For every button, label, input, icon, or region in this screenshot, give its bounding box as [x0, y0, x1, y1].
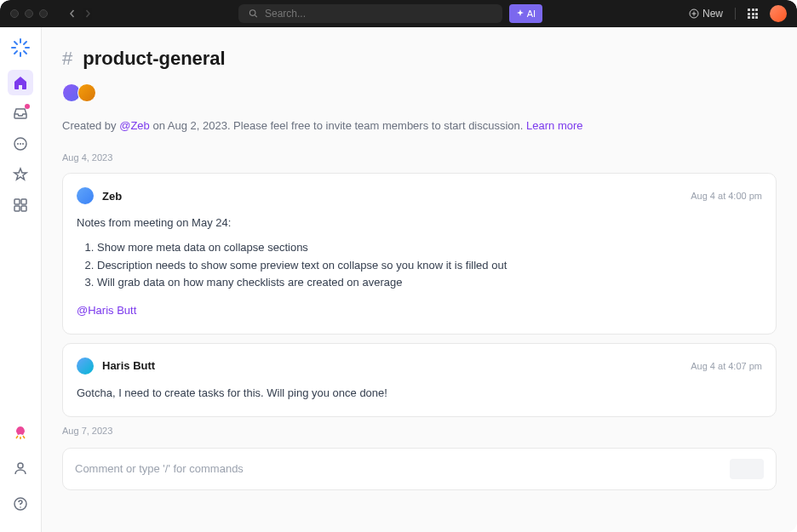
- svg-point-3: [17, 143, 19, 145]
- new-button[interactable]: New: [689, 8, 723, 20]
- date-separator: Aug 7, 2023: [62, 426, 777, 436]
- author-name: Zeb: [102, 190, 122, 203]
- user-mention[interactable]: @Haris Butt: [77, 302, 136, 320]
- channel-title: product-general: [83, 48, 225, 70]
- composer[interactable]: [62, 448, 777, 490]
- hash-icon: #: [62, 48, 72, 70]
- comment-input[interactable]: [75, 462, 730, 475]
- message-time: Aug 4 at 4:07 pm: [691, 361, 762, 371]
- member-avatars[interactable]: [62, 83, 777, 102]
- message-body: Gotcha, I need to create tasks for this.…: [77, 385, 762, 403]
- learn-more-link[interactable]: Learn more: [526, 119, 582, 132]
- app-logo-icon[interactable]: [10, 37, 31, 58]
- search-input[interactable]: [265, 8, 492, 20]
- sidebar-upgrade[interactable]: [8, 420, 33, 445]
- star-icon: [13, 167, 28, 182]
- created-prefix: Created by: [62, 119, 119, 132]
- back-button[interactable]: [68, 9, 77, 18]
- home-icon: [13, 75, 28, 90]
- svg-point-12: [20, 506, 21, 508]
- sidebar-dashboards[interactable]: [8, 192, 33, 218]
- sidebar-profile[interactable]: [8, 455, 33, 481]
- search-icon: [249, 9, 258, 19]
- list-item: Description needs to show some preview t…: [97, 257, 762, 275]
- search-input-wrap[interactable]: [238, 4, 502, 23]
- sidebar-help[interactable]: [8, 491, 33, 517]
- sidebar: [0, 27, 42, 532]
- svg-rect-9: [21, 206, 26, 211]
- person-icon: [13, 460, 28, 476]
- user-avatar[interactable]: [770, 5, 787, 22]
- svg-point-4: [20, 143, 21, 145]
- nav-arrows: [68, 9, 92, 18]
- channel-description: Created by @Zeb on Aug 2, 2023. Please f…: [62, 119, 777, 132]
- svg-rect-8: [14, 206, 20, 211]
- sidebar-home[interactable]: [8, 70, 33, 95]
- list-item: Show more meta data on collapse sections: [97, 239, 762, 257]
- minimize-window[interactable]: [25, 9, 33, 18]
- sidebar-favorites[interactable]: [8, 162, 33, 187]
- more-icon: [13, 136, 28, 152]
- message-card[interactable]: Haris Butt Aug 4 at 4:07 pm Gotcha, I ne…: [62, 343, 777, 417]
- forward-button[interactable]: [83, 9, 92, 18]
- author-name: Haris Butt: [102, 359, 155, 372]
- message-time: Aug 4 at 4:00 pm: [691, 191, 762, 201]
- svg-rect-6: [14, 199, 20, 204]
- sparkle-icon: [516, 9, 525, 18]
- ai-button[interactable]: AI: [509, 4, 542, 23]
- ai-label: AI: [527, 9, 536, 19]
- svg-point-0: [249, 10, 255, 16]
- notification-dot: [25, 104, 30, 109]
- message-intro: Notes from meeting on May 24:: [77, 215, 762, 232]
- message-card[interactable]: Zeb Aug 4 at 4:00 pm Notes from meeting …: [62, 173, 777, 335]
- author-avatar[interactable]: [77, 358, 94, 375]
- date-separator: Aug 4, 2023: [62, 152, 777, 163]
- send-button[interactable]: [730, 459, 764, 479]
- sidebar-more[interactable]: [8, 131, 33, 157]
- member-avatar[interactable]: [77, 83, 96, 102]
- plus-circle-icon: [689, 9, 699, 19]
- maximize-window[interactable]: [39, 9, 48, 18]
- message-body: Notes from meeting on May 24: Show more …: [77, 215, 762, 320]
- rocket-icon: [13, 425, 28, 440]
- divider: [735, 8, 736, 20]
- svg-point-5: [22, 143, 24, 145]
- apps-icon[interactable]: [748, 9, 758, 19]
- creator-mention[interactable]: @Zeb: [119, 119, 150, 132]
- author-avatar[interactable]: [77, 187, 94, 204]
- svg-rect-7: [21, 199, 26, 204]
- titlebar: AI New: [0, 0, 797, 27]
- grid-icon: [13, 197, 28, 213]
- new-label: New: [702, 8, 723, 20]
- channel-header: # product-general: [62, 48, 777, 70]
- window-controls: [10, 9, 48, 18]
- svg-point-10: [18, 463, 23, 468]
- help-icon: [13, 496, 28, 512]
- main-content: # product-general Created by @Zeb on Aug…: [42, 27, 797, 532]
- close-window[interactable]: [10, 9, 19, 18]
- list-item: Will grab data on how many checklists ar…: [97, 274, 762, 292]
- sidebar-inbox[interactable]: [8, 100, 33, 126]
- created-text: on Aug 2, 2023. Please feel free to invi…: [150, 119, 526, 132]
